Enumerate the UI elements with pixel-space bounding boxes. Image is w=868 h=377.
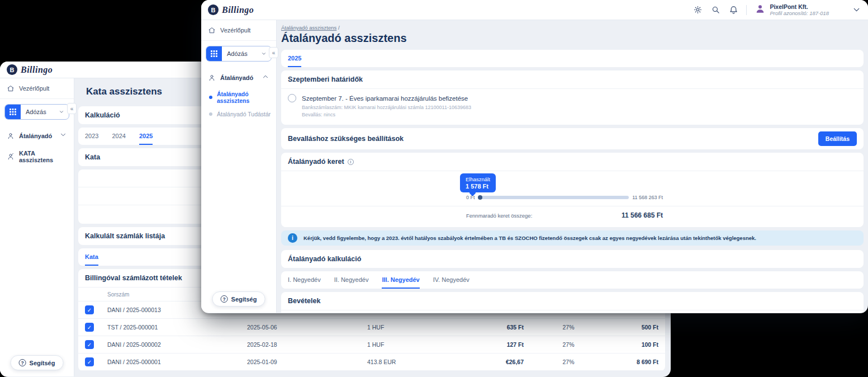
module-select[interactable]: Adózás xyxy=(4,104,69,120)
section-title: Átalányadó kalkuláció xyxy=(281,250,864,268)
settings-button[interactable]: Beállítás xyxy=(818,131,857,146)
help-button[interactable]: Segítség xyxy=(11,355,64,370)
breadcrumb-link[interactable]: Átalányadó asszisztens xyxy=(281,25,336,31)
revenues-header-row: Tételek Július Augusztus Szeptember xyxy=(281,310,864,313)
cell-percent: 27% xyxy=(524,341,613,348)
breadcrumb: Átalányadó asszisztens / xyxy=(281,25,864,31)
tooltip-value: 1 578 Ft xyxy=(466,183,490,190)
cell-currency: 413.8 EUR xyxy=(367,359,451,365)
sidebar-group-atalanyado[interactable]: Átalányadó xyxy=(201,67,276,87)
chevron-down-icon xyxy=(852,5,861,15)
kata-assistant-icon xyxy=(7,153,15,161)
sidebar-item-label: Vezérlőpult xyxy=(220,27,250,34)
sidebar-group-label: Átalányadó xyxy=(220,74,253,81)
billingo-logo[interactable]: B Billingo xyxy=(208,4,254,15)
section-title: Bevalláshoz szükséges beállítások xyxy=(288,135,404,143)
cell-total: 100 Ft xyxy=(613,341,658,348)
section-title: Átalányadó keret xyxy=(281,153,864,171)
table-row[interactable]: DANI / 2025-000002 2025-02-18 1 HUF 127 … xyxy=(78,336,665,354)
tab-2024[interactable]: 2024 xyxy=(112,133,125,145)
sidebar-item-kata-asszisztens[interactable]: KATA asszisztens xyxy=(0,145,74,168)
sidebar-item-atalanyado-asszisztens[interactable]: Átalányadó asszisztens xyxy=(201,87,276,107)
deadline-bank-account: Bankszámlaszám: MKIK kamarai hozzájárulá… xyxy=(302,104,857,111)
cell-date: 2025-05-06 xyxy=(247,324,367,331)
cell-amount: 635 Ft xyxy=(451,324,524,331)
user-menu[interactable]: PixelPont Kft. Profil azonosító: 187-018 xyxy=(755,3,829,17)
front-content: Átalányadó asszisztens / Átalányadó assz… xyxy=(277,20,868,313)
keret-card: Átalányadó keret Elhasznált 1 578 Ft xyxy=(281,153,864,227)
divider xyxy=(281,206,864,206)
bar-min-label: 0 Ft xyxy=(466,195,475,200)
tab-2025[interactable]: 2025 xyxy=(139,133,153,145)
help-button[interactable]: Segítség xyxy=(212,291,265,307)
sidebar-item-dashboard[interactable]: Vezérlőpult xyxy=(201,20,276,41)
atalanyado-asszisztens-window: B Billingo Pixe xyxy=(201,0,868,313)
sidebar-item-label: Átalányadó Tudástár xyxy=(217,111,271,117)
sidebar-group-label: Átalányadó xyxy=(19,133,52,139)
user-menu-chevron[interactable] xyxy=(851,5,861,15)
sidebar-item-label: Átalányadó asszisztens xyxy=(217,91,272,104)
keret-title: Átalányadó keret xyxy=(288,158,344,166)
section-title: Bevételek xyxy=(281,292,864,310)
bell-icon xyxy=(729,5,738,15)
settings-button[interactable] xyxy=(692,5,703,15)
table-row[interactable]: DANI / 2025-000001 2025-01-09 413.8 EUR … xyxy=(78,354,665,371)
tab-q1[interactable]: I. Negyedév xyxy=(288,276,321,289)
tooltip-label: Elhasznált xyxy=(466,176,490,183)
deadline-declaration: Bevallás: nincs xyxy=(302,111,857,118)
row-checkbox-checked[interactable] xyxy=(85,340,94,349)
section-title: Szeptemberi határidők xyxy=(281,70,864,88)
info-icon[interactable] xyxy=(348,159,354,165)
tab-kata[interactable]: Kata xyxy=(85,253,98,266)
cell-total: 8 690 Ft xyxy=(613,359,658,365)
settings-card: Bevalláshoz szükséges beállítások Beállí… xyxy=(281,128,864,149)
row-checkbox-checked[interactable] xyxy=(85,357,94,366)
cell-currency: 1 HUF xyxy=(367,324,451,331)
cell-date: 2025-02-18 xyxy=(247,341,367,348)
sidebar-collapse-button[interactable]: « xyxy=(67,103,77,114)
tab-q2[interactable]: II. Negyedév xyxy=(334,276,369,289)
user-avatar-icon xyxy=(755,3,766,17)
deadline-radio[interactable] xyxy=(288,94,296,102)
notifications-button[interactable] xyxy=(728,5,738,15)
row-checkbox-checked[interactable] xyxy=(85,323,94,332)
cell-amount: 127 Ft xyxy=(451,341,524,348)
used-amount-tooltip: Elhasznált 1 578 Ft xyxy=(460,173,496,192)
cell-total: 500 Ft xyxy=(613,324,658,331)
sidebar-item-dashboard[interactable]: Vezérlőpult xyxy=(0,78,74,99)
grid-icon xyxy=(5,104,21,120)
keret-progress-chart: Elhasznált 1 578 Ft 0 Ft 11 568 263 Ft xyxy=(281,171,864,227)
tab-q3[interactable]: III. Negyedév xyxy=(382,276,419,289)
billingo-logo-icon: B xyxy=(208,4,219,15)
info-banner: Kérjük, vedd figyelembe, hogy a 2023. év… xyxy=(281,230,864,246)
chevron-down-icon xyxy=(59,131,67,141)
info-icon xyxy=(288,233,297,243)
tab-2023[interactable]: 2023 xyxy=(85,133,98,145)
sidebar-item-label: KATA asszisztens xyxy=(19,150,67,163)
question-icon xyxy=(19,359,26,366)
billingo-logo[interactable]: B Billingo xyxy=(7,64,53,75)
year-tab-card: 2025 xyxy=(281,50,864,67)
search-button[interactable] xyxy=(710,5,720,15)
quarter-tabs-card: I. Negyedév II. Negyedév III. Negyedév I… xyxy=(281,271,864,289)
sidebar-group-atalanyado[interactable]: Átalányadó xyxy=(0,125,74,145)
bullet-icon xyxy=(209,96,212,99)
chevron-up-icon xyxy=(262,73,269,83)
progress-used-marker xyxy=(478,195,482,200)
tab-q4[interactable]: IV. Negyedév xyxy=(433,276,469,289)
tab-2025[interactable]: 2025 xyxy=(288,55,301,67)
row-checkbox-checked[interactable] xyxy=(85,305,94,314)
cell-currency: 1 HUF xyxy=(367,341,451,348)
cell-invoice-id: DANI / 2025-000001 xyxy=(107,359,247,365)
cell-percent: 27% xyxy=(524,324,613,331)
search-icon xyxy=(711,5,720,15)
table-row[interactable]: TST / 2025-000001 2025-05-06 1 HUF 635 F… xyxy=(78,319,665,336)
cell-percent: 27% xyxy=(524,359,613,365)
cell-amount: €26,67 xyxy=(451,359,524,365)
remaining-label: Fennmaradó keret összege: xyxy=(466,213,532,219)
cell-invoice-id: TST / 2025-000001 xyxy=(107,324,247,331)
sidebar-item-atalanyado-tudastar[interactable]: Átalányadó Tudástár xyxy=(201,107,276,121)
sidebar-collapse-button[interactable]: « xyxy=(269,47,278,58)
person-icon xyxy=(208,74,216,82)
module-select[interactable]: Adózás xyxy=(206,46,272,62)
